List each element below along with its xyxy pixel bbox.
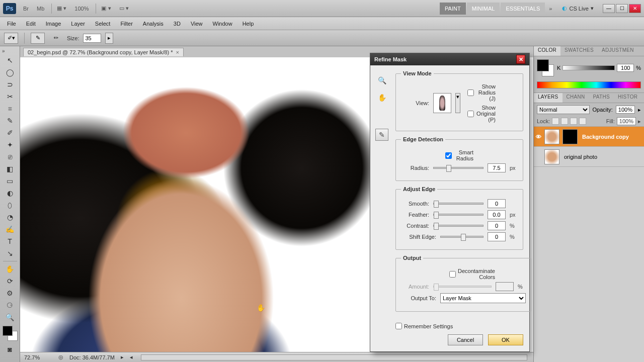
bridge-button[interactable]: Br [20, 4, 32, 13]
dodge-tool[interactable]: ◔ [4, 212, 16, 223]
layer-thumbnail[interactable] [544, 129, 559, 144]
tab-layers[interactable]: LAYERS [534, 93, 562, 103]
output-to-select[interactable]: Layer Mask [440, 293, 526, 303]
view-mode-thumbnail[interactable] [433, 93, 451, 113]
tab-channels[interactable]: CHANN [562, 93, 589, 103]
refine-radius-tool[interactable]: ✎ [375, 129, 388, 141]
type-tool[interactable]: T [4, 236, 16, 247]
view-mode-dropdown[interactable]: ▾ [455, 93, 460, 113]
screen-mode-button[interactable]: ▣ ▾ [98, 4, 114, 13]
radius-input[interactable] [488, 163, 506, 172]
3d-camera-tool[interactable]: ⚆ [4, 300, 16, 311]
horizontal-scrollbar[interactable] [141, 354, 527, 360]
blend-mode-select[interactable]: Normal [537, 105, 590, 114]
arrange-docs-button[interactable]: ▦ ▾ [54, 4, 69, 13]
zoom-level[interactable]: 100% [71, 4, 92, 13]
eyedropper-tool[interactable]: ✎ [4, 115, 16, 126]
menu-layer[interactable]: Layer [66, 19, 90, 29]
layer-thumbnail[interactable] [544, 149, 559, 164]
menu-analysis[interactable]: Analysis [138, 19, 169, 29]
smooth-input[interactable] [488, 199, 506, 208]
foreground-background-swatch[interactable] [3, 326, 18, 341]
move-tool[interactable]: ↖ [4, 55, 16, 66]
foreground-color-swatch[interactable] [3, 326, 13, 336]
brush-add-icon[interactable]: ✎ [31, 33, 45, 44]
workspace-essentials[interactable]: ESSENTIALS [501, 3, 545, 15]
dialog-titlebar[interactable]: Refine Mask ✕ [370, 53, 529, 65]
path-select-tool[interactable]: ↘ [4, 248, 16, 259]
show-radius-checkbox[interactable]: Show Radius (J) [467, 83, 496, 102]
stamp-tool[interactable]: ⎚ [4, 151, 16, 162]
feather-slider[interactable] [433, 214, 484, 216]
brush-subtract-icon[interactable]: ✏ [49, 33, 63, 44]
pen-tool[interactable]: ✍ [4, 224, 16, 235]
eraser-tool[interactable]: ▭ [4, 175, 16, 187]
contrast-slider[interactable] [433, 225, 484, 227]
workspace-more[interactable]: » [546, 4, 555, 13]
crop-tool[interactable]: ⌗ [4, 103, 16, 114]
brush-tool[interactable]: ✦ [4, 139, 16, 150]
status-info-icon[interactable]: ◎ [58, 354, 63, 360]
status-zoom[interactable]: 72.7% [24, 354, 52, 360]
show-original-checkbox[interactable]: Show Original (P) [467, 105, 496, 123]
blur-tool[interactable]: ⬯ [4, 200, 16, 211]
radius-slider[interactable] [433, 167, 484, 169]
quick-select-tool[interactable]: ✂ [4, 91, 16, 102]
quick-mask-toggle[interactable]: ◙ [4, 344, 16, 355]
remember-settings-checkbox[interactable]: Remember Settings [395, 323, 523, 329]
lock-all-icon[interactable] [579, 118, 586, 125]
cs-live-button[interactable]: ◐CS Live ▾ [558, 5, 598, 12]
menu-view[interactable]: View [186, 19, 208, 29]
shift-edge-slider[interactable] [440, 236, 484, 238]
tab-paths[interactable]: PATHS [589, 93, 614, 103]
tab-color[interactable]: COLOR [534, 46, 560, 56]
k-input[interactable] [617, 64, 634, 72]
layer-item[interactable]: original photo [534, 147, 644, 167]
history-brush-tool[interactable]: ◧ [4, 163, 16, 174]
contrast-input[interactable] [488, 221, 506, 230]
zoom-tool[interactable]: 🔍 [4, 312, 16, 323]
lock-position-icon[interactable] [570, 118, 577, 125]
brush-size-input[interactable]: 35 [83, 34, 101, 43]
window-minimize-button[interactable]: — [603, 4, 615, 13]
document-tab[interactable]: 02_begin.psd @ 72.7% (Background copy, L… [23, 48, 184, 56]
lasso-tool[interactable]: ⊃ [4, 79, 16, 90]
dialog-zoom-tool[interactable]: 🔍 [375, 74, 388, 86]
fill-stepper[interactable]: ▸ [638, 118, 641, 125]
tab-swatches[interactable]: SWATCHES [560, 46, 598, 56]
color-panel-swatch[interactable] [537, 59, 554, 76]
minibridge-button[interactable]: Mb [34, 4, 47, 13]
fill-input[interactable]: 100% [617, 117, 636, 125]
opacity-stepper[interactable]: ▸ [638, 107, 641, 113]
menu-select[interactable]: Select [90, 19, 116, 29]
menu-edit[interactable]: Edit [21, 19, 41, 29]
hand-tool[interactable]: ✋ [4, 263, 16, 275]
status-arrow-icon[interactable]: ▸ [121, 354, 124, 360]
workspace-paint[interactable]: PAINT [440, 3, 466, 15]
layer-item[interactable]: 👁 Background copy [534, 127, 644, 147]
workspace-minimal[interactable]: MINIMAL [467, 3, 500, 15]
dialog-close-button[interactable]: ✕ [516, 55, 525, 64]
current-tool-preset[interactable]: ✐▾ [4, 33, 18, 44]
visibility-toggle-icon[interactable]: 👁 [534, 134, 543, 140]
menu-help[interactable]: Help [237, 19, 259, 29]
cancel-button[interactable]: Cancel [448, 334, 483, 345]
lock-pixels-icon[interactable] [561, 118, 568, 125]
marquee-tool[interactable]: ◯ [4, 67, 16, 78]
menu-window[interactable]: Window [208, 19, 237, 29]
tab-history[interactable]: HISTOR [614, 93, 641, 103]
tab-adjustments[interactable]: ADJUSTMEN [598, 46, 638, 56]
gradient-tool[interactable]: ◐ [4, 188, 16, 199]
smooth-slider[interactable] [433, 203, 484, 205]
feather-input[interactable] [488, 210, 506, 219]
lock-transparency-icon[interactable] [552, 118, 559, 125]
window-maximize-button[interactable]: ☐ [616, 4, 628, 13]
healing-tool[interactable]: ✐ [4, 127, 16, 138]
ok-button[interactable]: OK [488, 334, 523, 345]
document-tab-close[interactable]: × [176, 49, 179, 55]
extras-button[interactable]: ▭ ▾ [116, 4, 132, 13]
opacity-input[interactable]: 100% [616, 106, 635, 114]
shift-edge-input[interactable] [488, 232, 506, 241]
menu-filter[interactable]: Filter [115, 19, 137, 29]
menu-file[interactable]: File [2, 19, 21, 29]
